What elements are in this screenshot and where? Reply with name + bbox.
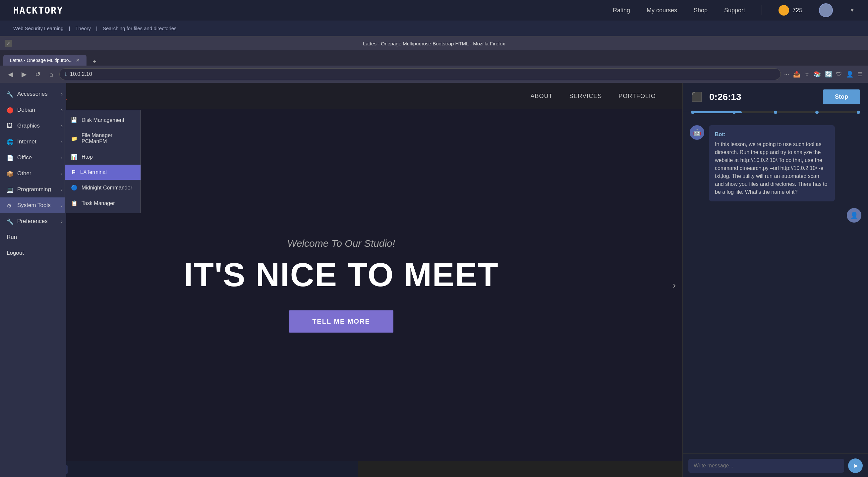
chat-area: 🤖 Bot: In this lesson, we're going to us… bbox=[683, 119, 868, 453]
internet-icon: 🌐 bbox=[7, 139, 12, 145]
menu-item-office[interactable]: 📄 Office › bbox=[0, 150, 66, 166]
lxterminal-label: LXTerminal bbox=[80, 169, 107, 175]
expand-icon[interactable]: ⤢ bbox=[5, 40, 12, 47]
tell-me-more-button[interactable]: TELL ME MORE bbox=[289, 310, 394, 332]
menu-item-office-label: Office bbox=[17, 154, 32, 161]
context-menu: 🔧 Accessories › 🔴 Debian › 🖼 Graphics › … bbox=[0, 83, 66, 477]
submenu-file-manager[interactable]: 📁 File Manager PCManFM bbox=[65, 128, 141, 149]
bookmark-pocket-icon[interactable]: 📥 bbox=[793, 70, 800, 78]
progress-track[interactable] bbox=[691, 111, 860, 113]
site-nav-about[interactable]: ABOUT bbox=[531, 93, 553, 100]
browser-content: Lattes. ABOUT SERVICES PORTFOLIO Welcome… bbox=[0, 83, 868, 477]
tab-lattes[interactable]: Lattes - Onepage Multipurpo... ✕ bbox=[3, 55, 87, 66]
forward-button[interactable]: ▶ bbox=[19, 69, 29, 80]
bookmark-star-icon[interactable]: ☆ bbox=[804, 70, 810, 78]
site-nav: Lattes. ABOUT SERVICES PORTFOLIO bbox=[0, 83, 682, 109]
nav-my-courses[interactable]: My courses bbox=[647, 7, 677, 14]
menu-item-run[interactable]: Run bbox=[0, 229, 66, 245]
preferences-arrow-icon: › bbox=[61, 219, 63, 224]
lock-icon: ℹ bbox=[65, 71, 67, 77]
site-nav-links: ABOUT SERVICES PORTFOLIO bbox=[531, 93, 656, 100]
menu-item-preferences[interactable]: 🔧 Preferences › bbox=[0, 213, 66, 229]
progress-dot-2 bbox=[733, 110, 736, 114]
hacktory-bar: HACKTORY Rating My courses Shop Support … bbox=[0, 0, 868, 21]
user-avatar[interactable] bbox=[819, 3, 833, 17]
system-tools-arrow-icon: › bbox=[61, 203, 63, 208]
submenu-disk-management[interactable]: 💾 Disk Management bbox=[65, 112, 141, 128]
menu-item-programming-label: Programming bbox=[17, 186, 51, 193]
breadcrumb-divider-1: | bbox=[69, 26, 70, 31]
menu-item-accessories[interactable]: 🔧 Accessories › bbox=[0, 86, 66, 102]
menu-item-graphics-label: Graphics bbox=[17, 123, 40, 129]
graphics-arrow-icon: › bbox=[61, 123, 63, 129]
menu-item-programming[interactable]: 💻 Programming › bbox=[0, 182, 66, 197]
task-manager-label: Task Manager bbox=[82, 200, 115, 206]
nav-divider bbox=[762, 5, 762, 15]
user-menu-chevron[interactable]: ▼ bbox=[849, 7, 855, 13]
progress-dot-4 bbox=[815, 110, 818, 114]
programming-arrow-icon: › bbox=[61, 187, 63, 192]
lxterminal-icon: 🖥 bbox=[71, 169, 76, 175]
coin-icon bbox=[778, 5, 789, 15]
menu-item-other-label: Other bbox=[17, 170, 31, 177]
library-icon[interactable]: 📚 bbox=[814, 70, 821, 78]
menu-icon[interactable]: ☰ bbox=[858, 70, 863, 78]
timer-icon: ⬛ bbox=[691, 91, 703, 102]
site-nav-services[interactable]: SERVICES bbox=[569, 93, 602, 100]
menu-item-internet-label: Internet bbox=[17, 138, 36, 145]
more-options-icon[interactable]: ··· bbox=[784, 71, 789, 78]
breadcrumb-theory[interactable]: Theory bbox=[75, 26, 91, 31]
bot-chat-bubble: Bot: In this lesson, we're going to use … bbox=[709, 125, 835, 201]
right-panel: ⬛ 0:26:13 Stop 🤖 Bot: bbox=[682, 83, 868, 477]
profile-icon[interactable]: 👤 bbox=[846, 70, 854, 78]
submenu-htop[interactable]: 📊 Htop bbox=[65, 149, 141, 165]
chat-input[interactable] bbox=[688, 459, 844, 473]
site-nav-portfolio[interactable]: PORTFOLIO bbox=[618, 93, 656, 100]
progress-dot-3 bbox=[774, 110, 777, 114]
hacktory-logo: HACKTORY bbox=[13, 5, 63, 16]
menu-item-run-label: Run bbox=[7, 234, 17, 241]
sync-icon[interactable]: 🔄 bbox=[825, 70, 832, 78]
menu-item-graphics[interactable]: 🖼 Graphics › bbox=[0, 118, 66, 134]
address-bar[interactable]: ℹ 10.0.2.10 bbox=[59, 68, 781, 80]
progress-dots bbox=[691, 110, 860, 114]
programming-icon: 💻 bbox=[7, 187, 12, 192]
chat-send-button[interactable]: ➤ bbox=[848, 458, 863, 473]
nav-support[interactable]: Support bbox=[724, 7, 745, 14]
menu-item-system-tools-label: System Tools bbox=[17, 202, 51, 209]
submenu-task-manager[interactable]: 📋 Task Manager bbox=[65, 195, 141, 211]
user-chat-message: 👤 bbox=[690, 208, 861, 223]
home-button[interactable]: ⌂ bbox=[47, 69, 56, 80]
new-tab-button[interactable]: + bbox=[88, 58, 101, 66]
submenu-lxterminal[interactable]: 🖥 LXTerminal bbox=[65, 165, 141, 180]
debian-arrow-icon: › bbox=[61, 107, 63, 113]
breadcrumb-web-security[interactable]: Web Security Learning bbox=[13, 26, 63, 31]
stop-button[interactable]: Stop bbox=[823, 90, 860, 104]
website-area: Lattes. ABOUT SERVICES PORTFOLIO Welcome… bbox=[0, 83, 682, 477]
menu-item-logout[interactable]: Logout bbox=[0, 245, 66, 261]
debian-icon: 🔴 bbox=[7, 107, 12, 113]
chat-input-bar: ➤ bbox=[683, 453, 868, 477]
system-tools-icon: ⚙ bbox=[7, 202, 12, 209]
firefox-toolbar: ◀ ▶ ↺ ⌂ ℹ 10.0.2.10 ··· 📥 ☆ 📚 🔄 🛡 👤 ☰ bbox=[0, 66, 868, 83]
bot-sender: Bot: bbox=[715, 130, 829, 138]
shield-icon[interactable]: 🛡 bbox=[836, 71, 842, 78]
hero-arrow-right-icon[interactable]: › bbox=[673, 280, 676, 290]
midnight-commander-label: Midnight Commander bbox=[82, 185, 132, 191]
menu-item-internet[interactable]: 🌐 Internet › bbox=[0, 134, 66, 150]
other-icon: 📦 bbox=[7, 170, 12, 177]
midnight-commander-icon: 🔵 bbox=[71, 185, 78, 191]
menu-item-system-tools[interactable]: ⚙ System Tools › 💾 Disk Management 📁 Fil… bbox=[0, 197, 66, 213]
menu-item-other[interactable]: 📦 Other › bbox=[0, 166, 66, 182]
menu-item-debian[interactable]: 🔴 Debian › bbox=[0, 102, 66, 118]
tab-close-button[interactable]: ✕ bbox=[76, 58, 80, 63]
nav-shop[interactable]: Shop bbox=[694, 7, 708, 14]
accessories-arrow-icon: › bbox=[61, 91, 63, 97]
submenu-midnight-commander[interactable]: 🔵 Midnight Commander bbox=[65, 180, 141, 195]
back-button[interactable]: ◀ bbox=[5, 69, 16, 80]
firefox-title: Lattes - Onepage Multipurpose Bootstrap … bbox=[363, 41, 505, 46]
progress-dot-1 bbox=[691, 110, 694, 114]
menu-item-preferences-label: Preferences bbox=[17, 218, 48, 225]
reload-button[interactable]: ↺ bbox=[32, 69, 43, 80]
nav-rating[interactable]: Rating bbox=[613, 7, 630, 14]
